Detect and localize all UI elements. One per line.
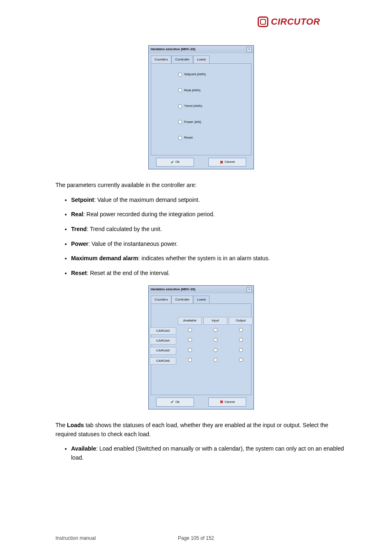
button-label: Cancel xyxy=(225,160,235,164)
checkbox-input[interactable] xyxy=(178,104,182,108)
paragraph: The Loads tab shows the statuses of each… xyxy=(55,421,347,439)
checkbox-input[interactable] xyxy=(188,338,192,342)
dialog-body: Setpoint (kWh) Real (kWh) Trend (kWh) Po… xyxy=(151,63,251,155)
checkbox-label: Trend (kWh) xyxy=(184,104,202,109)
load-row-name: CARGA4 xyxy=(150,337,176,345)
checkbox-input[interactable] xyxy=(214,338,217,342)
cancel-button[interactable]: ✖Cancel xyxy=(208,158,246,167)
logo-text: CIRCUTOR xyxy=(271,16,320,27)
checkbox-real[interactable]: Real (kWh) xyxy=(178,88,251,93)
check-icon: ✔ xyxy=(171,399,174,405)
checkbox-label: Real (kWh) xyxy=(184,88,201,93)
tab-label: Loads xyxy=(197,58,206,61)
ok-button[interactable]: ✔Ok xyxy=(156,398,194,407)
dialog-button-row: ✔Ok ✖Cancel xyxy=(149,155,254,169)
dialog-titlebar: Variables selection (MDC-20) × xyxy=(149,46,254,53)
list-item: Reset: Reset at the end of the interval. xyxy=(71,269,347,278)
button-label: Ok xyxy=(175,400,180,405)
checkbox-input[interactable] xyxy=(188,348,192,352)
checkbox-input[interactable] xyxy=(178,120,182,124)
dialog-title: Variables selection (MDC-20) xyxy=(150,287,195,292)
checkbox-input[interactable] xyxy=(178,88,182,92)
dialog-titlebar: Variables selection (MDC-20) × xyxy=(149,286,254,294)
list-item: Trend: Trend calculated by the unit. xyxy=(71,225,347,234)
checkbox-input[interactable] xyxy=(239,358,243,362)
logo-icon xyxy=(258,16,268,27)
checkbox-input[interactable] xyxy=(214,328,217,332)
tab-bar: Counters Controller Loads xyxy=(149,294,254,303)
tab-controller[interactable]: Controller xyxy=(171,296,193,303)
load-row-name: CARGA5 xyxy=(150,347,176,354)
bullet-list: Available: Load enabled (Switched on man… xyxy=(55,444,347,462)
tab-loads[interactable]: Loads xyxy=(193,56,210,63)
tab-loads[interactable]: Loads xyxy=(193,296,210,303)
page-number: Page 105 of 152 xyxy=(0,535,392,541)
list-item: Power: Value of the instantaneous power. xyxy=(71,240,347,249)
checkbox-setpoint[interactable]: Setpoint (kWh) xyxy=(178,72,251,77)
checkbox-input[interactable] xyxy=(239,328,243,332)
variables-selection-dialog-controller: Variables selection (MDC-20) × Counters … xyxy=(148,45,254,169)
cross-icon: ✖ xyxy=(220,399,223,405)
checkbox-power[interactable]: Power (kW) xyxy=(178,120,251,125)
close-icon[interactable]: × xyxy=(247,287,252,292)
checkbox-input[interactable] xyxy=(214,358,217,362)
bullet-list: Setpoint: Value of the maximum demand se… xyxy=(55,196,347,278)
checkbox-input[interactable] xyxy=(239,338,243,342)
ok-button[interactable]: ✔Ok xyxy=(156,158,194,167)
dialog-body: Available Input Output CARGA3 CARGA4 xyxy=(151,303,251,395)
checkbox-label: Setpoint (kWh) xyxy=(184,72,206,77)
checkbox-input[interactable] xyxy=(178,136,182,140)
cancel-button[interactable]: ✖Cancel xyxy=(208,398,246,407)
dialog-button-row: ✔Ok ✖Cancel xyxy=(149,395,254,409)
checkbox-input[interactable] xyxy=(178,73,182,76)
tab-counters[interactable]: Counters xyxy=(151,56,171,63)
tab-label: Counters xyxy=(154,58,168,61)
loads-grid: Available Input Output CARGA3 CARGA4 xyxy=(155,317,247,365)
checkbox-label: Reset xyxy=(184,135,193,140)
list-item: Available: Load enabled (Switched on man… xyxy=(71,444,347,462)
tab-controller[interactable]: Controller xyxy=(171,56,193,63)
tab-counters[interactable]: Counters xyxy=(151,296,171,303)
cross-icon: ✖ xyxy=(220,159,223,166)
checkbox-input[interactable] xyxy=(239,348,243,352)
checkbox-trend[interactable]: Trend (kWh) xyxy=(178,104,251,109)
button-label: Cancel xyxy=(225,400,235,405)
variables-selection-dialog-loads: Variables selection (MDC-20) × Counters … xyxy=(148,285,254,409)
dialog-title: Variables selection (MDC-20) xyxy=(150,47,195,52)
brand-logo: CIRCUTOR xyxy=(258,16,320,27)
tab-label: Controller xyxy=(175,298,189,301)
checkbox-input[interactable] xyxy=(188,358,192,362)
column-header-output: Output xyxy=(229,317,253,324)
tab-bar: Counters Controller Loads xyxy=(149,53,254,63)
checkbox-input[interactable] xyxy=(214,348,217,352)
check-icon: ✔ xyxy=(171,159,174,166)
tab-label: Counters xyxy=(154,298,168,301)
close-icon[interactable]: × xyxy=(247,47,252,52)
load-row-name: CARGA6 xyxy=(150,357,176,365)
tab-label: Controller xyxy=(175,58,189,61)
button-label: Ok xyxy=(175,160,180,164)
checkbox-reset[interactable]: Reset xyxy=(178,135,251,140)
list-item: Setpoint: Value of the maximum demand se… xyxy=(71,196,347,205)
checkbox-label: Power (kW) xyxy=(184,120,201,125)
list-item: Real: Real power recorded during the int… xyxy=(71,210,347,219)
tab-label: Loads xyxy=(197,298,206,301)
paragraph: The parameters currently available in th… xyxy=(55,181,347,190)
list-item: Maximum demand alarm: indicates whether … xyxy=(71,254,347,263)
checkbox-input[interactable] xyxy=(188,328,192,332)
column-header-available: Available xyxy=(178,317,202,324)
load-row-name: CARGA3 xyxy=(150,327,176,335)
column-header-input: Input xyxy=(203,317,227,324)
